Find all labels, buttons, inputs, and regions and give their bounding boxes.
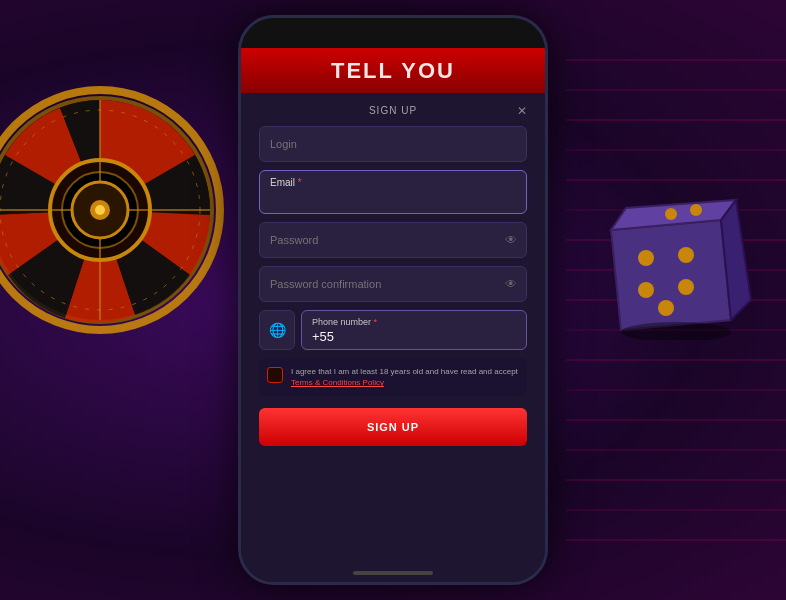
phone-field-label: Phone number * [312,317,516,327]
password-confirm-input[interactable] [259,266,527,302]
svg-point-34 [638,282,654,298]
svg-point-36 [658,300,674,316]
password-confirm-eye-icon[interactable]: 👁 [505,277,517,291]
svg-point-38 [690,204,702,216]
phone-notch [358,26,428,40]
phone-home-indicator [353,571,433,575]
globe-icon: 🌐 [269,322,286,338]
roulette-decoration [0,60,250,344]
form-title-row: SIGN UP ✕ [259,105,527,116]
terms-checkbox-row[interactable]: I agree that I am at least 18 years old … [259,358,527,396]
password-input[interactable] [259,222,527,258]
banner-title: TELL YOU [331,58,455,84]
terms-text: I agree that I am at least 18 years old … [291,366,519,388]
password-confirm-field-wrapper: 👁 [259,266,527,302]
terms-checkbox[interactable] [267,367,283,383]
svg-point-33 [678,247,694,263]
svg-point-32 [638,250,654,266]
close-button[interactable]: ✕ [517,104,527,118]
phone-header-banner: TELL YOU [241,48,545,93]
password-field-wrapper: 👁 [259,222,527,258]
terms-link[interactable]: Terms & Conditions Policy [291,378,384,387]
phone-country-selector[interactable]: 🌐 [259,310,295,350]
password-eye-icon[interactable]: 👁 [505,233,517,247]
svg-point-27 [95,205,105,215]
email-required-marker: * [295,177,302,188]
signup-form: SIGN UP ✕ Email * 👁 👁 [241,93,545,564]
dice-decoration [591,170,761,344]
phone-mockup: TELL YOU SIGN UP ✕ Email * 👁 [238,15,548,585]
phone-form-content: SIGN UP ✕ Email * 👁 👁 [241,93,545,564]
phone-country-code: +55 [312,329,334,344]
login-input[interactable] [259,126,527,162]
svg-point-35 [678,279,694,295]
phone-bottom-bar [241,564,545,582]
email-label: Email * [270,177,516,188]
phone-status-bar [241,18,545,48]
email-field-wrapper[interactable]: Email * [259,170,527,214]
form-title: SIGN UP [369,105,417,116]
phone-input-wrapper[interactable]: Phone number * +55 [301,310,527,350]
signup-submit-button[interactable]: SIGN UP [259,408,527,446]
login-field-wrapper [259,126,527,162]
phone-field-row: 🌐 Phone number * +55 [259,310,527,350]
phone-required-marker: * [371,317,377,327]
svg-point-37 [665,208,677,220]
